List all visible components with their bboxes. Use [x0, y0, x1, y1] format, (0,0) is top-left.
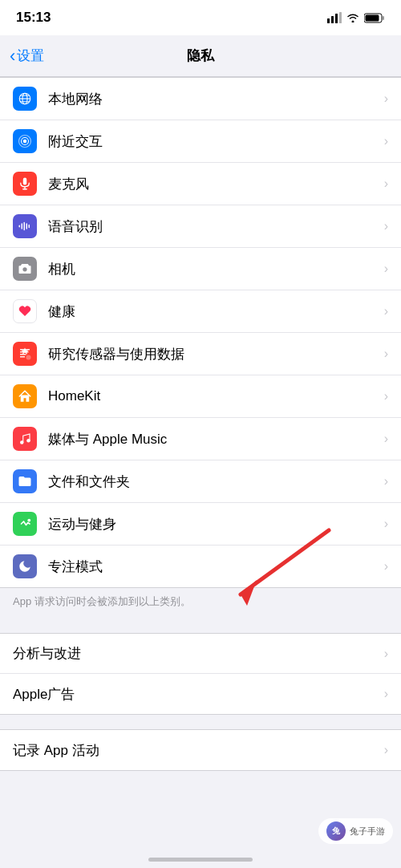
- media-label: 媒体与 Apple Music: [48, 430, 378, 448]
- homekit-chevron: ›: [384, 389, 388, 404]
- health-label: 健康: [48, 302, 378, 321]
- svg-point-24: [26, 355, 31, 360]
- watermark: 兔 兔子手游: [318, 818, 393, 844]
- menu-list: 本地网络 › 附近交互 › 麦克风 › 语音识别 › 相机 › 健康 ›: [0, 77, 401, 588]
- wifi-icon: [346, 13, 359, 22]
- health-icon: [13, 299, 37, 323]
- health-chevron: ›: [384, 304, 388, 318]
- svg-rect-1: [331, 16, 334, 23]
- menu-item-analytics[interactable]: 分析与改进 ›: [0, 634, 401, 674]
- menu-item-speech-recognition[interactable]: 语音识别 ›: [0, 205, 401, 248]
- svg-point-26: [26, 439, 30, 443]
- app-activity-label: 记录 App 活动: [13, 741, 378, 760]
- menu-item-microphone[interactable]: 麦克风 ›: [0, 163, 401, 205]
- files-chevron: ›: [384, 474, 388, 489]
- page-title: 隐私: [187, 47, 214, 65]
- menu-item-nearby-interaction[interactable]: 附近交互 ›: [0, 120, 401, 163]
- speech-recognition-icon: [13, 214, 37, 238]
- menu-item-media[interactable]: 媒体与 Apple Music ›: [0, 418, 401, 460]
- research-label: 研究传感器与使用数据: [48, 345, 378, 363]
- watermark-logo-text: 兔: [332, 825, 340, 837]
- svg-rect-0: [327, 18, 330, 23]
- back-button[interactable]: ‹ 设置: [10, 46, 44, 67]
- menu-item-local-network[interactable]: 本地网络 ›: [0, 78, 401, 120]
- fitness-chevron: ›: [384, 517, 388, 531]
- app-activity-chevron: ›: [384, 743, 388, 757]
- watermark-text: 兔子手游: [350, 825, 385, 838]
- nav-bar: ‹ 设置 隐私: [0, 35, 401, 77]
- local-network-chevron: ›: [384, 91, 388, 106]
- svg-rect-2: [335, 14, 338, 23]
- menu-item-apple-ads[interactable]: Apple广告 ›: [0, 674, 401, 714]
- analytics-chevron: ›: [384, 647, 388, 661]
- apple-ads-chevron: ›: [384, 687, 388, 701]
- status-icons: [327, 12, 385, 23]
- local-network-icon: [13, 87, 37, 111]
- homekit-icon: [13, 384, 37, 408]
- files-icon: [13, 469, 37, 493]
- nearby-interaction-chevron: ›: [384, 134, 388, 148]
- focus-icon: [13, 554, 37, 578]
- menu-item-fitness[interactable]: 运动与健身 ›: [0, 503, 401, 546]
- microphone-icon: [13, 172, 37, 196]
- watermark-logo: 兔: [326, 821, 346, 841]
- research-icon: [13, 342, 37, 366]
- svg-rect-6: [366, 14, 379, 21]
- status-time: 15:13: [16, 10, 51, 26]
- status-bar: 15:13: [0, 0, 401, 35]
- fitness-label: 运动与健身: [48, 515, 378, 533]
- speech-recognition-label: 语音识别: [48, 217, 378, 236]
- media-chevron: ›: [384, 432, 388, 446]
- camera-chevron: ›: [384, 262, 388, 276]
- battery-icon: [364, 13, 385, 23]
- menu-item-focus[interactable]: 专注模式 ›: [0, 546, 401, 587]
- nearby-interaction-label: 附近交互: [48, 132, 378, 151]
- homekit-label: HomeKit: [48, 388, 378, 404]
- app-activity-section: 记录 App 活动 ›: [0, 729, 401, 771]
- speech-recognition-chevron: ›: [384, 219, 388, 233]
- svg-point-25: [20, 440, 24, 444]
- signal-icon: [327, 12, 342, 23]
- analytics-label: 分析与改进: [13, 644, 378, 663]
- microphone-chevron: ›: [384, 176, 388, 191]
- main-menu-section: 本地网络 › 附近交互 › 麦克风 › 语音识别 › 相机 › 健康 ›: [0, 77, 401, 588]
- files-label: 文件和文件夹: [48, 473, 378, 491]
- back-label: 设置: [17, 47, 44, 65]
- focus-label: 专注模式: [48, 558, 378, 576]
- menu-item-app-activity[interactable]: 记录 App 活动 ›: [0, 730, 401, 770]
- section-gap-2: [0, 715, 401, 729]
- local-network-label: 本地网络: [48, 90, 378, 108]
- back-chevron-icon: ‹: [10, 46, 15, 67]
- section-gap-1: [0, 619, 401, 633]
- analytics-section: 分析与改进 › Apple广告 ›: [0, 633, 401, 715]
- research-chevron: ›: [384, 347, 388, 361]
- svg-point-27: [27, 519, 30, 522]
- svg-rect-15: [23, 178, 27, 185]
- camera-icon: [13, 257, 37, 281]
- menu-item-health[interactable]: 健康 ›: [0, 290, 401, 333]
- media-icon: [13, 427, 37, 451]
- fitness-icon: [13, 512, 37, 536]
- svg-rect-21: [26, 223, 28, 229]
- menu-item-homekit[interactable]: HomeKit ›: [0, 375, 401, 418]
- svg-point-23: [22, 267, 26, 271]
- menu-item-camera[interactable]: 相机 ›: [0, 248, 401, 290]
- camera-label: 相机: [48, 260, 378, 278]
- svg-rect-20: [24, 222, 26, 231]
- menu-item-research[interactable]: 研究传感器与使用数据 ›: [0, 333, 401, 375]
- microphone-label: 麦克风: [48, 175, 378, 193]
- svg-rect-22: [29, 225, 30, 229]
- svg-point-12: [23, 140, 27, 144]
- home-indicator: [148, 858, 253, 862]
- svg-rect-18: [19, 225, 21, 228]
- section-note: App 请求访问时会被添加到以上类别。: [0, 588, 401, 619]
- svg-rect-3: [339, 12, 342, 23]
- apple-ads-label: Apple广告: [13, 685, 378, 704]
- svg-rect-5: [383, 16, 384, 20]
- focus-chevron: ›: [384, 559, 388, 574]
- nearby-interaction-icon: [13, 129, 37, 153]
- svg-rect-19: [22, 223, 23, 229]
- menu-item-files[interactable]: 文件和文件夹 ›: [0, 460, 401, 503]
